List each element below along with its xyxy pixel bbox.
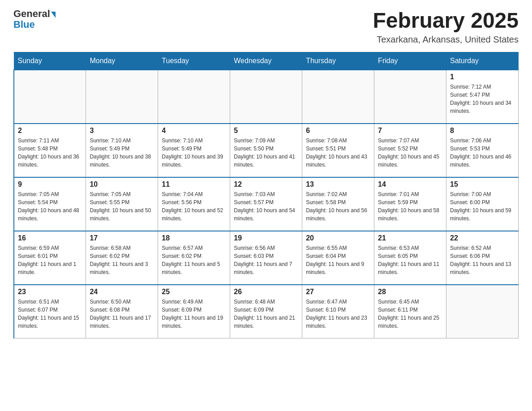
calendar-cell: 23Sunrise: 6:51 AM Sunset: 6:07 PM Dayli… <box>14 285 86 338</box>
day-info: Sunrise: 7:10 AM Sunset: 5:49 PM Dayligh… <box>90 137 154 169</box>
calendar-cell: 8Sunrise: 7:06 AM Sunset: 5:53 PM Daylig… <box>446 124 519 177</box>
day-info: Sunrise: 7:08 AM Sunset: 5:51 PM Dayligh… <box>306 137 370 169</box>
day-info: Sunrise: 7:09 AM Sunset: 5:50 PM Dayligh… <box>234 137 298 169</box>
logo: General Blue <box>13 9 56 30</box>
day-info: Sunrise: 6:55 AM Sunset: 6:04 PM Dayligh… <box>306 244 370 276</box>
calendar-cell: 2Sunrise: 7:11 AM Sunset: 5:48 PM Daylig… <box>14 124 86 177</box>
calendar-cell: 7Sunrise: 7:07 AM Sunset: 5:52 PM Daylig… <box>374 124 446 177</box>
calendar-body: 1Sunrise: 7:12 AM Sunset: 5:47 PM Daylig… <box>14 70 519 338</box>
day-info: Sunrise: 7:03 AM Sunset: 5:57 PM Dayligh… <box>234 190 298 223</box>
day-number: 13 <box>306 180 370 188</box>
day-number: 27 <box>306 288 370 296</box>
calendar-cell: 14Sunrise: 7:01 AM Sunset: 5:59 PM Dayli… <box>374 177 446 231</box>
day-number: 21 <box>378 234 442 242</box>
day-info: Sunrise: 7:07 AM Sunset: 5:52 PM Dayligh… <box>378 137 442 169</box>
calendar-cell: 1Sunrise: 7:12 AM Sunset: 5:47 PM Daylig… <box>446 70 519 124</box>
calendar-cell: 20Sunrise: 6:55 AM Sunset: 6:04 PM Dayli… <box>302 231 374 285</box>
day-number: 2 <box>18 127 82 135</box>
calendar-cell: 27Sunrise: 6:47 AM Sunset: 6:10 PM Dayli… <box>302 285 374 338</box>
day-number: 6 <box>306 127 370 135</box>
day-number: 4 <box>162 127 226 135</box>
day-number: 26 <box>234 288 298 296</box>
day-info: Sunrise: 7:06 AM Sunset: 5:53 PM Dayligh… <box>450 137 515 169</box>
day-of-week-header: Tuesday <box>158 52 230 70</box>
day-number: 19 <box>234 234 298 242</box>
day-info: Sunrise: 6:51 AM Sunset: 6:07 PM Dayligh… <box>18 298 82 330</box>
day-number: 28 <box>378 288 442 296</box>
day-info: Sunrise: 7:11 AM Sunset: 5:48 PM Dayligh… <box>18 137 82 169</box>
day-of-week-header: Wednesday <box>230 52 302 70</box>
calendar-cell: 28Sunrise: 6:45 AM Sunset: 6:11 PM Dayli… <box>374 285 446 338</box>
day-info: Sunrise: 7:05 AM Sunset: 5:54 PM Dayligh… <box>18 190 82 223</box>
day-number: 1 <box>450 73 515 81</box>
day-number: 3 <box>90 127 154 135</box>
logo-arrow-icon <box>51 12 56 18</box>
calendar-cell <box>158 70 230 124</box>
day-info: Sunrise: 6:56 AM Sunset: 6:03 PM Dayligh… <box>234 244 298 276</box>
calendar-cell: 9Sunrise: 7:05 AM Sunset: 5:54 PM Daylig… <box>14 177 86 231</box>
day-number: 25 <box>162 288 226 296</box>
month-title: February 2025 <box>373 9 519 33</box>
day-info: Sunrise: 7:05 AM Sunset: 5:55 PM Dayligh… <box>90 190 154 223</box>
calendar-week-row: 16Sunrise: 6:59 AM Sunset: 6:01 PM Dayli… <box>14 231 519 285</box>
calendar-cell: 17Sunrise: 6:58 AM Sunset: 6:02 PM Dayli… <box>86 231 158 285</box>
calendar-cell: 3Sunrise: 7:10 AM Sunset: 5:49 PM Daylig… <box>86 124 158 177</box>
calendar-header-row: SundayMondayTuesdayWednesdayThursdayFrid… <box>14 52 519 70</box>
day-number: 18 <box>162 234 226 242</box>
calendar-cell: 21Sunrise: 6:53 AM Sunset: 6:05 PM Dayli… <box>374 231 446 285</box>
day-info: Sunrise: 6:58 AM Sunset: 6:02 PM Dayligh… <box>90 244 154 276</box>
calendar-cell: 11Sunrise: 7:04 AM Sunset: 5:56 PM Dayli… <box>158 177 230 231</box>
day-info: Sunrise: 6:48 AM Sunset: 6:09 PM Dayligh… <box>234 298 298 330</box>
day-info: Sunrise: 6:45 AM Sunset: 6:11 PM Dayligh… <box>378 298 442 330</box>
day-number: 20 <box>306 234 370 242</box>
calendar-cell: 15Sunrise: 7:00 AM Sunset: 6:00 PM Dayli… <box>446 177 519 231</box>
day-number: 11 <box>162 180 226 188</box>
calendar-cell: 24Sunrise: 6:50 AM Sunset: 6:08 PM Dayli… <box>86 285 158 338</box>
calendar-cell <box>374 70 446 124</box>
calendar-cell <box>14 70 86 124</box>
calendar-cell: 22Sunrise: 6:52 AM Sunset: 6:06 PM Dayli… <box>446 231 519 285</box>
day-of-week-header: Thursday <box>302 52 374 70</box>
day-info: Sunrise: 6:47 AM Sunset: 6:10 PM Dayligh… <box>306 298 370 330</box>
day-info: Sunrise: 7:12 AM Sunset: 5:47 PM Dayligh… <box>450 83 515 115</box>
title-area: February 2025 Texarkana, Arkansas, Unite… <box>373 9 519 45</box>
day-info: Sunrise: 6:49 AM Sunset: 6:09 PM Dayligh… <box>162 298 226 330</box>
logo-general-text: General <box>13 9 50 19</box>
day-info: Sunrise: 6:59 AM Sunset: 6:01 PM Dayligh… <box>18 244 82 276</box>
calendar-cell: 5Sunrise: 7:09 AM Sunset: 5:50 PM Daylig… <box>230 124 302 177</box>
calendar-cell: 4Sunrise: 7:10 AM Sunset: 5:49 PM Daylig… <box>158 124 230 177</box>
day-of-week-header: Monday <box>86 52 158 70</box>
calendar-week-row: 1Sunrise: 7:12 AM Sunset: 5:47 PM Daylig… <box>14 70 519 124</box>
day-info: Sunrise: 7:02 AM Sunset: 5:58 PM Dayligh… <box>306 190 370 223</box>
day-number: 15 <box>450 180 515 188</box>
calendar-cell: 18Sunrise: 6:57 AM Sunset: 6:02 PM Dayli… <box>158 231 230 285</box>
calendar-cell <box>446 285 519 338</box>
day-number: 5 <box>234 127 298 135</box>
day-number: 16 <box>18 234 82 242</box>
calendar-cell: 13Sunrise: 7:02 AM Sunset: 5:58 PM Dayli… <box>302 177 374 231</box>
day-of-week-header: Sunday <box>14 52 86 70</box>
calendar-cell: 10Sunrise: 7:05 AM Sunset: 5:55 PM Dayli… <box>86 177 158 231</box>
calendar-cell: 16Sunrise: 6:59 AM Sunset: 6:01 PM Dayli… <box>14 231 86 285</box>
day-number: 10 <box>90 180 154 188</box>
day-number: 9 <box>18 180 82 188</box>
day-number: 7 <box>378 127 442 135</box>
day-number: 17 <box>90 234 154 242</box>
day-number: 12 <box>234 180 298 188</box>
day-info: Sunrise: 6:52 AM Sunset: 6:06 PM Dayligh… <box>450 244 515 276</box>
calendar-week-row: 2Sunrise: 7:11 AM Sunset: 5:48 PM Daylig… <box>14 124 519 177</box>
calendar-cell: 25Sunrise: 6:49 AM Sunset: 6:09 PM Dayli… <box>158 285 230 338</box>
day-info: Sunrise: 7:01 AM Sunset: 5:59 PM Dayligh… <box>378 190 442 223</box>
calendar-week-row: 23Sunrise: 6:51 AM Sunset: 6:07 PM Dayli… <box>14 285 519 338</box>
day-number: 23 <box>18 288 82 296</box>
day-of-week-header: Saturday <box>446 52 519 70</box>
calendar-cell <box>86 70 158 124</box>
day-info: Sunrise: 7:10 AM Sunset: 5:49 PM Dayligh… <box>162 137 226 169</box>
day-info: Sunrise: 6:57 AM Sunset: 6:02 PM Dayligh… <box>162 244 226 276</box>
day-info: Sunrise: 6:50 AM Sunset: 6:08 PM Dayligh… <box>90 298 154 330</box>
day-number: 22 <box>450 234 515 242</box>
calendar-cell: 6Sunrise: 7:08 AM Sunset: 5:51 PM Daylig… <box>302 124 374 177</box>
day-info: Sunrise: 7:00 AM Sunset: 6:00 PM Dayligh… <box>450 190 515 223</box>
calendar-cell: 12Sunrise: 7:03 AM Sunset: 5:57 PM Dayli… <box>230 177 302 231</box>
calendar-cell <box>230 70 302 124</box>
